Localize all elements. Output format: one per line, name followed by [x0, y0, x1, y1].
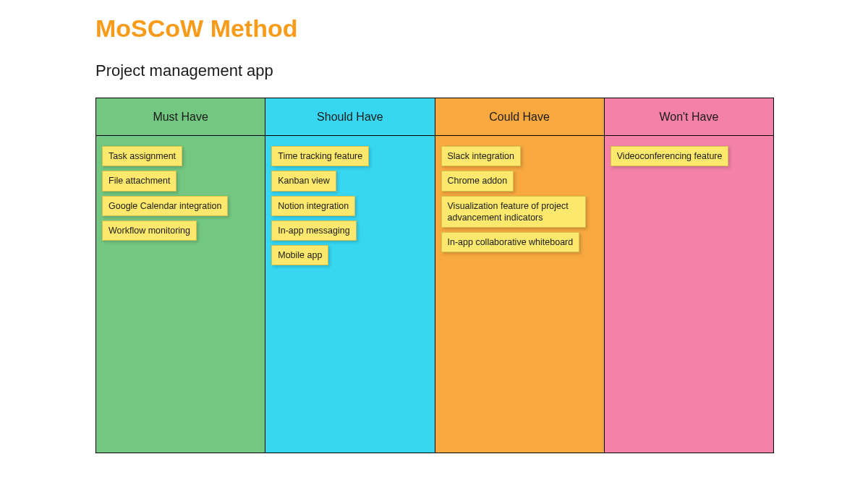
- card-item[interactable]: Chrome addon: [441, 171, 514, 191]
- page-container: MoSCoW Method Project management app Mus…: [0, 14, 868, 453]
- card-item[interactable]: Google Calendar integration: [102, 196, 228, 216]
- column-must-have: Must Have Task assignment File attachmen…: [96, 98, 265, 453]
- card-item[interactable]: Videoconferencing feature: [610, 146, 729, 166]
- card-item[interactable]: Visualization feature of project advance…: [441, 196, 586, 228]
- page-subtitle: Project management app: [95, 61, 868, 80]
- card-item[interactable]: Kanban view: [271, 171, 336, 191]
- card-item[interactable]: Mobile app: [271, 245, 328, 265]
- column-header: Must Have: [96, 98, 265, 136]
- card-item[interactable]: Workflow monitoring: [102, 220, 197, 241]
- card-item[interactable]: In-app collaborative whiteboard: [441, 232, 580, 252]
- card-item[interactable]: Slack integration: [441, 146, 521, 166]
- card-item[interactable]: File attachment: [102, 171, 176, 191]
- column-header: Won't Have: [605, 98, 773, 136]
- card-item[interactable]: Time tracking feature: [271, 146, 369, 166]
- column-body: Task assignment File attachment Google C…: [96, 136, 265, 453]
- column-body: Time tracking feature Kanban view Notion…: [265, 136, 434, 453]
- column-body: Slack integration Chrome addon Visualiza…: [435, 136, 604, 453]
- column-header: Should Have: [265, 98, 434, 136]
- page-title: MoSCoW Method: [95, 14, 868, 43]
- column-header: Could Have: [435, 98, 604, 136]
- column-body: Videoconferencing feature: [605, 136, 773, 453]
- card-item[interactable]: In-app messaging: [271, 220, 356, 241]
- column-could-have: Could Have Slack integration Chrome addo…: [435, 98, 605, 453]
- card-item[interactable]: Task assignment: [102, 146, 182, 166]
- card-item[interactable]: Notion integration: [271, 196, 355, 216]
- moscow-grid: Must Have Task assignment File attachmen…: [95, 98, 774, 453]
- column-should-have: Should Have Time tracking feature Kanban…: [265, 98, 435, 453]
- column-wont-have: Won't Have Videoconferencing feature: [605, 98, 773, 453]
